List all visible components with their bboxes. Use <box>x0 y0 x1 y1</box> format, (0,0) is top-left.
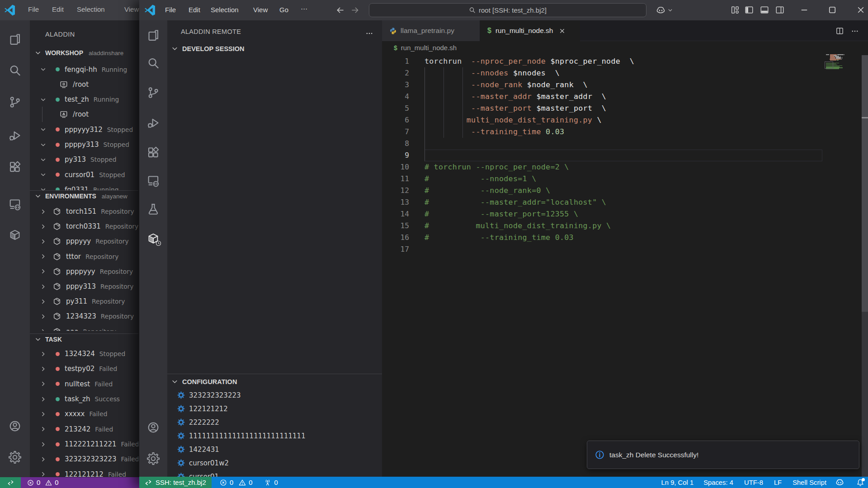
task-112221211221[interactable]: 112221211221Failed <box>30 437 138 452</box>
forward-arrow-icon[interactable] <box>351 6 359 14</box>
close-icon[interactable] <box>856 5 865 14</box>
menu-selection[interactable]: Selection <box>205 6 244 14</box>
source-control-icon[interactable] <box>9 96 21 108</box>
status-dot-red <box>56 472 60 476</box>
debug-icon[interactable] <box>9 129 21 142</box>
statusbar: 0 0 0 Ln 9, Col 1 Spaces: 4 UTF-8 LF She… <box>212 477 868 488</box>
toggle-sidebar-right-icon[interactable] <box>775 5 784 14</box>
minimap[interactable] <box>826 54 867 108</box>
task-nulltest[interactable]: nulltestFailed <box>30 376 138 391</box>
search-icon[interactable] <box>9 64 21 77</box>
minimap-line <box>841 59 842 60</box>
back-menu-edit[interactable]: Edit <box>47 5 69 13</box>
configuration-1422431[interactable]: 1422431 <box>167 443 382 456</box>
extensions-icon[interactable] <box>147 146 160 159</box>
toggle-sidebar-left-icon[interactable] <box>745 5 754 14</box>
search-icon <box>469 7 476 14</box>
menu-more[interactable]: ⋯ <box>295 5 313 13</box>
warning-count: 0 <box>249 479 252 486</box>
task-xxxxx[interactable]: xxxxxFailed <box>30 407 138 422</box>
configuration-2222222[interactable]: 2222222 <box>167 416 382 429</box>
statusbar-problems[interactable]: 0 0 <box>220 479 252 486</box>
customize-layout-icon[interactable] <box>731 5 740 14</box>
menu-file[interactable]: File <box>160 6 181 14</box>
gear-icon <box>177 446 185 453</box>
gear-icon <box>177 418 185 426</box>
minimap-line <box>837 54 844 55</box>
code-line-13: # --master_addr="localhost" \ <box>425 197 606 208</box>
configuration-cursor01w2[interactable]: cursor01w2 <box>167 456 382 470</box>
scrollbar[interactable] <box>862 55 868 312</box>
statusbar-encoding[interactable]: UTF-8 <box>744 479 763 486</box>
menu-edit[interactable]: Edit <box>183 6 206 14</box>
files-icon[interactable] <box>9 33 21 46</box>
statusbar-ports[interactable]: 0 <box>264 479 278 486</box>
files-icon[interactable] <box>147 29 160 42</box>
back-statusbar-remote[interactable] <box>0 477 21 488</box>
configuration-label: 323232323223 <box>189 391 241 399</box>
menu-go[interactable]: Go <box>274 6 294 14</box>
configuration-cursor01[interactable]: cursor01 <box>167 470 382 477</box>
configuration-label: cursor01 <box>189 473 219 477</box>
task-213242[interactable]: 213242Failed <box>30 422 138 436</box>
task-testpy02[interactable]: testpy02Failed <box>30 361 138 376</box>
aladdin-remote-icon[interactable] <box>147 232 160 245</box>
statusbar-remote[interactable]: SSH: test_zh.bj2 <box>139 477 212 488</box>
warning-count: 0 <box>55 479 58 486</box>
maximize-icon[interactable] <box>828 5 837 14</box>
warning-icon <box>45 479 52 486</box>
settings-gear-icon[interactable] <box>147 452 160 465</box>
debug-icon[interactable] <box>147 117 160 129</box>
remote-explorer-icon[interactable] <box>9 198 21 211</box>
task-122121212[interactable]: 122121212Failed <box>30 467 138 477</box>
notification-toast[interactable]: task_zh Delete Successfully! <box>587 441 859 469</box>
copilot-icon[interactable] <box>656 5 665 15</box>
aladdin-icon[interactable] <box>9 229 21 241</box>
task-323232323223[interactable]: 323232323223Failed <box>30 452 138 467</box>
statusbar-indentation[interactable]: Spaces: 4 <box>703 479 733 486</box>
command-center[interactable]: root [SSH: test_zh.bj2] <box>369 3 646 17</box>
account-icon[interactable] <box>147 421 160 434</box>
remote-icon <box>7 479 14 486</box>
account-icon[interactable] <box>9 420 21 432</box>
status-dot-red <box>56 442 60 446</box>
search-icon[interactable] <box>147 57 160 70</box>
back-statusbar-problems[interactable]: 0 0 <box>21 477 139 488</box>
minimize-icon[interactable] <box>800 5 809 14</box>
item-label: 1324324 <box>65 350 95 358</box>
clock-overlay-icon <box>156 240 161 246</box>
item-status: Success <box>94 395 120 403</box>
back-menu-view[interactable]: View <box>119 5 139 13</box>
configuration-111111111111111111111111111[interactable]: 111111111111111111111111111 <box>167 429 382 443</box>
toggle-panel-icon[interactable] <box>760 5 769 14</box>
chevron-down-icon[interactable] <box>667 7 673 13</box>
task-task_zh[interactable]: task_zhSuccess <box>30 392 138 407</box>
scrollbar-track[interactable] <box>862 312 868 477</box>
extensions-icon[interactable] <box>9 160 21 173</box>
notification-badge <box>862 478 865 481</box>
gear-icon <box>177 432 185 440</box>
code-line-5: --master_port $master_port \ <box>425 103 606 114</box>
copilot-icon[interactable] <box>835 478 844 487</box>
testing-icon[interactable] <box>147 203 160 216</box>
code-line-12: # --node_rank=0 \ <box>425 185 550 197</box>
configuration-323232323223[interactable]: 323232323223 <box>167 389 382 402</box>
configuration-label: 111111111111111111111111111 <box>189 432 306 440</box>
statusbar-cursor-position[interactable]: Ln 9, Col 1 <box>661 479 694 486</box>
item-label: nulltest <box>65 380 90 388</box>
statusbar-language[interactable]: Shell Script <box>793 479 826 486</box>
configuration-122121212[interactable]: 122121212 <box>167 402 382 416</box>
menu-view[interactable]: View <box>248 6 273 14</box>
code-editor[interactable]: 1torchrun --nproc_per_node $nproc_per_no… <box>382 20 868 477</box>
statusbar-eol[interactable]: LF <box>774 479 782 486</box>
task-1324324[interactable]: 1324324Stopped <box>30 347 138 361</box>
back-menu-file[interactable]: File <box>23 5 44 13</box>
remote-explorer-icon[interactable] <box>147 174 160 187</box>
source-control-icon[interactable] <box>147 86 160 99</box>
settings-gear-icon[interactable] <box>9 451 21 464</box>
front-titlebar: File Edit Selection View Go ⋯ root [SSH:… <box>139 0 868 20</box>
notification-bell-icon[interactable] <box>856 479 864 487</box>
configuration-label: cursor01w2 <box>189 459 229 467</box>
back-arrow-icon[interactable] <box>336 6 344 14</box>
back-menu-selection[interactable]: Selection <box>71 5 110 13</box>
